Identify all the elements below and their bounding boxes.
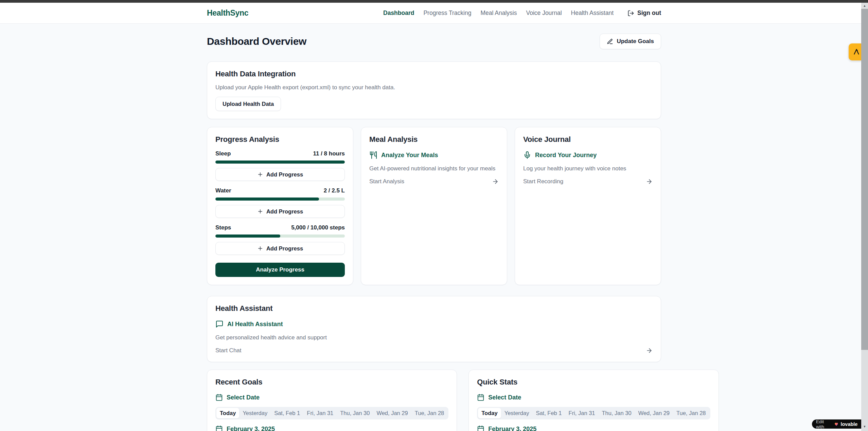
analyze-your-meals-label: Analyze Your Meals — [381, 152, 438, 159]
tab-today[interactable]: Today — [478, 408, 501, 418]
sleep-progress-bar — [215, 161, 345, 164]
tab-sat-feb-1[interactable]: Sat, Feb 1 — [271, 408, 303, 418]
pencil-icon — [607, 38, 613, 45]
metric-label: Steps — [215, 224, 231, 231]
health-assistant-card: Health Assistant AI Health Assistant Get… — [207, 296, 661, 362]
metric-sleep: Sleep 11 / 8 hours Add Progress — [215, 150, 345, 181]
select-date-label: Select Date — [227, 394, 260, 401]
calendar-icon — [215, 425, 223, 431]
app-logo[interactable]: HealthSync — [207, 8, 248, 18]
arrow-right-icon — [646, 347, 653, 354]
chat-bubble-icon — [215, 320, 224, 328]
select-date-button-stats[interactable]: Select Date — [477, 394, 710, 401]
health-data-integration-card: Health Data Integration Upload your Appl… — [207, 61, 661, 119]
record-your-journey-label: Record Your Journey — [535, 152, 597, 159]
voice-journal-title: Voice Journal — [523, 135, 653, 144]
lovable-logo-icon — [853, 48, 860, 56]
tab-tue-jan-28[interactable]: Tue, Jan 28 — [411, 408, 448, 418]
upload-health-data-button[interactable]: Upload Health Data — [215, 97, 281, 111]
start-chat-label: Start Chat — [215, 347, 242, 354]
integration-description: Upload your Apple Health export (export.… — [215, 84, 653, 91]
add-progress-label: Add Progress — [266, 245, 303, 252]
scrollbar-thumb[interactable] — [861, 9, 868, 350]
voice-journal-card: Voice Journal Record Your Journey Log yo… — [515, 127, 661, 285]
logout-icon — [627, 10, 634, 17]
arrow-right-icon — [646, 178, 653, 185]
ai-health-assistant-link[interactable]: AI Health Assistant — [215, 320, 653, 328]
start-recording-action[interactable]: Start Recording — [523, 178, 653, 185]
update-goals-label: Update Goals — [617, 38, 654, 45]
recent-goals-card: Recent Goals Select Date Today Yesterday… — [207, 370, 457, 431]
add-progress-label: Add Progress — [266, 171, 303, 178]
start-chat-action[interactable]: Start Chat — [215, 347, 653, 354]
tab-wed-jan-29[interactable]: Wed, Jan 29 — [373, 408, 411, 418]
metric-label: Sleep — [215, 150, 231, 157]
current-date-label: February 3, 2025 — [227, 426, 275, 431]
start-analysis-label: Start Analysis — [369, 178, 404, 185]
edit-with-lovable-badge[interactable]: Edit with lovable × — [812, 419, 868, 429]
tab-fri-jan-31[interactable]: Fri, Jan 31 — [303, 408, 337, 418]
add-progress-button-steps[interactable]: Add Progress — [215, 242, 345, 255]
sign-out-label: Sign out — [637, 10, 661, 17]
tab-yesterday[interactable]: Yesterday — [501, 408, 533, 418]
tab-fri-jan-31[interactable]: Fri, Jan 31 — [565, 408, 599, 418]
add-progress-button-water[interactable]: Add Progress — [215, 205, 345, 218]
add-progress-button-sleep[interactable]: Add Progress — [215, 168, 345, 181]
health-assistant-title: Health Assistant — [215, 304, 653, 313]
tab-today[interactable]: Today — [216, 408, 239, 418]
meal-analysis-description: Get AI-powered nutritional insights for … — [369, 165, 499, 172]
current-date-label: February 3, 2025 — [488, 426, 536, 431]
arrow-right-icon — [492, 178, 499, 185]
nav-voice-journal[interactable]: Voice Journal — [526, 10, 562, 17]
scroll-down-arrow[interactable]: ▼ — [861, 424, 868, 430]
calendar-icon — [477, 425, 484, 431]
record-your-journey-link[interactable]: Record Your Journey — [523, 151, 653, 159]
utensils-icon — [369, 151, 377, 159]
quick-stats-title: Quick Stats — [477, 378, 710, 387]
recent-goals-title: Recent Goals — [215, 378, 448, 387]
app-header: HealthSync Dashboard Progress Tracking M… — [0, 3, 868, 24]
metric-label: Water — [215, 187, 231, 194]
tab-yesterday[interactable]: Yesterday — [239, 408, 271, 418]
main-nav: Dashboard Progress Tracking Meal Analysi… — [383, 10, 661, 17]
heart-icon — [834, 421, 839, 427]
vertical-scrollbar[interactable]: ▲ ▼ — [861, 3, 868, 431]
tab-thu-jan-30[interactable]: Thu, Jan 30 — [337, 408, 373, 418]
nav-meal-analysis[interactable]: Meal Analysis — [480, 10, 517, 17]
plus-icon — [257, 171, 263, 177]
update-goals-button[interactable]: Update Goals — [600, 34, 661, 49]
sign-out-button[interactable]: Sign out — [627, 10, 661, 17]
progress-analysis-title: Progress Analysis — [215, 135, 345, 144]
tab-tue-jan-28[interactable]: Tue, Jan 28 — [673, 408, 709, 418]
date-tabs-stats: Today Yesterday Sat, Feb 1 Fri, Jan 31 T… — [477, 407, 710, 419]
calendar-icon — [215, 394, 223, 401]
tab-wed-jan-29[interactable]: Wed, Jan 29 — [635, 408, 673, 418]
tab-thu-jan-30[interactable]: Thu, Jan 30 — [599, 408, 635, 418]
plus-icon — [257, 208, 263, 214]
tab-sat-feb-1[interactable]: Sat, Feb 1 — [532, 408, 565, 418]
microphone-icon — [523, 151, 531, 159]
analyze-your-meals-link[interactable]: Analyze Your Meals — [369, 151, 499, 159]
date-tabs-goals: Today Yesterday Sat, Feb 1 Fri, Jan 31 T… — [215, 407, 448, 419]
metric-value: 11 / 8 hours — [313, 150, 345, 157]
meal-analysis-card: Meal Analysis Analyze Your Meals Get AI-… — [361, 127, 507, 285]
scroll-up-arrow[interactable]: ▲ — [861, 3, 868, 9]
meal-analysis-title: Meal Analysis — [369, 135, 499, 144]
metric-value: 2 / 2.5 L — [324, 187, 345, 194]
nav-progress-tracking[interactable]: Progress Tracking — [423, 10, 471, 17]
current-date-goals: February 3, 2025 — [215, 425, 448, 431]
nav-health-assistant[interactable]: Health Assistant — [571, 10, 614, 17]
select-date-button-goals[interactable]: Select Date — [215, 394, 448, 401]
plus-icon — [257, 245, 263, 251]
water-progress-bar — [215, 198, 345, 201]
analyze-progress-button[interactable]: Analyze Progress — [215, 263, 345, 277]
start-analysis-action[interactable]: Start Analysis — [369, 178, 499, 185]
page-title: Dashboard Overview — [207, 36, 306, 47]
voice-journal-description: Log your health journey with voice notes — [523, 165, 653, 172]
quick-stats-card: Quick Stats Select Date Today Yesterday … — [468, 370, 719, 431]
lovable-label: lovable — [840, 421, 857, 427]
edit-with-label: Edit with — [816, 419, 832, 429]
steps-progress-bar — [215, 235, 345, 238]
nav-dashboard[interactable]: Dashboard — [383, 10, 414, 17]
integration-title: Health Data Integration — [215, 70, 653, 78]
